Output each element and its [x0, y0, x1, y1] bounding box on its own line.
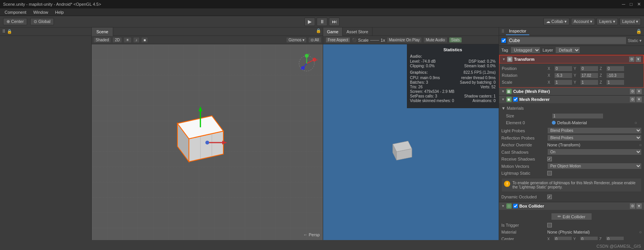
lighting-btn[interactable]: ☀ [124, 37, 132, 43]
layout-dropdown[interactable]: Layout ▾ [620, 18, 641, 25]
collider-material-row: Material None (Physic Material) ○ [501, 229, 642, 235]
box-collider-header[interactable]: ▼ □ Box Collider ⚙ ▼ [499, 202, 644, 210]
mute-audio-btn[interactable]: Mute Audio [423, 37, 447, 43]
account-dropdown[interactable]: Account ▾ [571, 18, 595, 25]
center-button[interactable]: ⊕ Center [3, 18, 27, 25]
gizmos-dropdown[interactable]: Gizmos ▾ [286, 37, 307, 43]
rot-y-field[interactable] [580, 73, 598, 78]
setpass-row: SetPass calls: 3 Shadow casters: 1 [410, 94, 496, 98]
scale-x-field[interactable] [554, 80, 572, 85]
mesh-renderer-more-icon[interactable]: ▼ [636, 97, 642, 102]
scene-toolbar: Shaded 2D ☀ ♪ ■ Gizmos ▾ ⊙:All [92, 36, 323, 44]
element0-text: Default-Material [557, 120, 587, 125]
edit-collider-button[interactable]: ✏ Edit Collider [551, 213, 592, 220]
receive-shadows-label: Receive Shadows [501, 157, 547, 161]
box-collider-settings-icon[interactable]: ⚙ [630, 203, 635, 209]
asset-store-tab[interactable]: Asset Store [343, 28, 372, 36]
aspect-dropdown[interactable]: Free Aspect [325, 37, 350, 43]
inspector-tab[interactable]: Inspector [506, 28, 529, 35]
pos-x-field[interactable] [554, 66, 572, 71]
menu-component[interactable]: Component [2, 9, 29, 15]
mesh-filter-more-icon[interactable]: ▼ [636, 89, 642, 94]
object-active-checkbox[interactable] [501, 38, 506, 43]
screen-value: Screen: 479x534 - 2.9 MB [410, 89, 454, 94]
transform-actions: ⚙ ▼ [629, 57, 641, 62]
viewport-gizmo: X Z Y [295, 52, 318, 75]
scale-y-field[interactable] [580, 80, 598, 85]
scale-z-field[interactable] [606, 80, 624, 85]
transform-settings-icon[interactable]: ⚙ [629, 57, 634, 62]
layer-dropdown[interactable]: Default [555, 47, 580, 54]
effects-btn[interactable]: ■ [141, 37, 148, 43]
shadow-value: Shadow casters: 1 [464, 94, 496, 98]
center-y-field[interactable] [580, 236, 598, 240]
tag-dropdown[interactable]: Untagged [511, 47, 540, 54]
object-name-field[interactable] [507, 37, 626, 44]
drag-handle-icon: ⠿ [501, 29, 504, 34]
element0-circle-icon[interactable]: ○ [634, 120, 637, 125]
mesh-renderer-enabled-checkbox[interactable] [513, 97, 518, 102]
audio-btn[interactable]: ♪ [133, 37, 140, 43]
stats-btn[interactable]: Stats [449, 37, 462, 43]
pause-button[interactable]: ⏸ [317, 18, 327, 26]
scene-content[interactable]: X Z Y ← Persp [92, 44, 323, 240]
game-tab[interactable]: Game [323, 28, 343, 36]
box-collider-enabled-checkbox[interactable] [513, 204, 518, 208]
receive-shadows-row: Receive Shadows [501, 156, 642, 162]
anchor-circle-icon[interactable]: ○ [639, 143, 642, 147]
dynamic-occluded-value [547, 195, 642, 199]
game-cube-svg [387, 136, 418, 167]
collab-dropdown[interactable]: ☁ Collab ▾ [543, 18, 569, 25]
mesh-filter-component: ▼ ▦ Cube (Mesh Filter) ⚙ ▼ [499, 88, 644, 96]
lightmap-static-label: Lightmap Static [501, 171, 547, 175]
center-x-field[interactable] [554, 236, 572, 240]
maximize-btn[interactable]: □ [630, 2, 633, 7]
search-btn[interactable]: ⊙:All [308, 37, 321, 43]
position-value: X Y Z [548, 66, 641, 71]
2d-mode-btn[interactable]: 2D [112, 37, 122, 43]
pos-z-field[interactable] [606, 66, 624, 71]
rot-x-field[interactable] [554, 73, 572, 78]
mesh-filter-settings-icon[interactable]: ⚙ [630, 89, 635, 94]
box-collider-more-icon[interactable]: ▼ [636, 203, 642, 209]
scale-row: Scale X Y Z [502, 79, 641, 86]
minimize-btn[interactable]: ─ [622, 2, 625, 7]
receive-shadows-checkbox[interactable] [547, 157, 552, 161]
mesh-renderer-header[interactable]: ▼ ▣ Mesh Renderer ⚙ ▼ [499, 96, 644, 103]
menu-window[interactable]: Window [30, 9, 51, 15]
step-button[interactable]: ⏭ [329, 18, 340, 26]
transform-header[interactable]: ▼ ⊞ Transform ⚙ ▼ [499, 55, 644, 63]
motion-vectors-dropdown[interactable]: Per Object Motion [547, 163, 642, 169]
is-trigger-checkbox[interactable] [547, 223, 552, 227]
is-trigger-row: Is Trigger [501, 222, 642, 229]
rot-z-field[interactable] [606, 73, 624, 78]
shading-dropdown[interactable]: Shaded [93, 37, 111, 43]
fps-value: 822.5 FPS (1.2ms) [463, 70, 496, 75]
dynamic-occluded-checkbox[interactable] [547, 195, 552, 199]
center-x-label: X [547, 237, 553, 240]
mesh-renderer-settings-icon[interactable]: ⚙ [630, 97, 635, 102]
pos-y-field[interactable] [580, 66, 598, 71]
global-button[interactable]: ⊙ Global [30, 18, 54, 25]
transform-more-icon[interactable]: ▼ [636, 57, 641, 62]
setpass-value: SetPass calls: 3 [410, 94, 437, 98]
title-bar-controls[interactable]: ─ □ ✕ [622, 2, 641, 7]
mesh-filter-header[interactable]: ▼ ▦ Cube (Mesh Filter) ⚙ ▼ [499, 88, 644, 95]
cast-shadows-dropdown[interactable]: On [547, 149, 642, 155]
reflection-probes-dropdown[interactable]: Blend Probes [547, 135, 642, 141]
close-btn[interactable]: ✕ [637, 2, 641, 7]
inspector-tab-bar: ⠿ Inspector 🔒 [499, 28, 644, 36]
lightmap-static-checkbox[interactable] [547, 171, 552, 175]
collider-material-circle-icon[interactable]: ○ [639, 230, 642, 234]
scale-y-label: Y [574, 80, 579, 84]
size-field[interactable] [552, 113, 603, 119]
menu-help[interactable]: Help [52, 9, 67, 15]
play-button[interactable]: ▶ [304, 18, 315, 26]
light-probes-dropdown[interactable]: Blend Probes [547, 127, 642, 134]
maximize-play-btn[interactable]: Maximize On Play [387, 37, 422, 43]
center-z-field[interactable] [606, 236, 624, 240]
scene-tab[interactable]: Scene [92, 28, 113, 36]
size-label: Size [506, 114, 552, 118]
inspector-lock-icon[interactable]: 🔒 [636, 29, 642, 34]
layers-dropdown[interactable]: Layers ▾ [597, 18, 618, 25]
